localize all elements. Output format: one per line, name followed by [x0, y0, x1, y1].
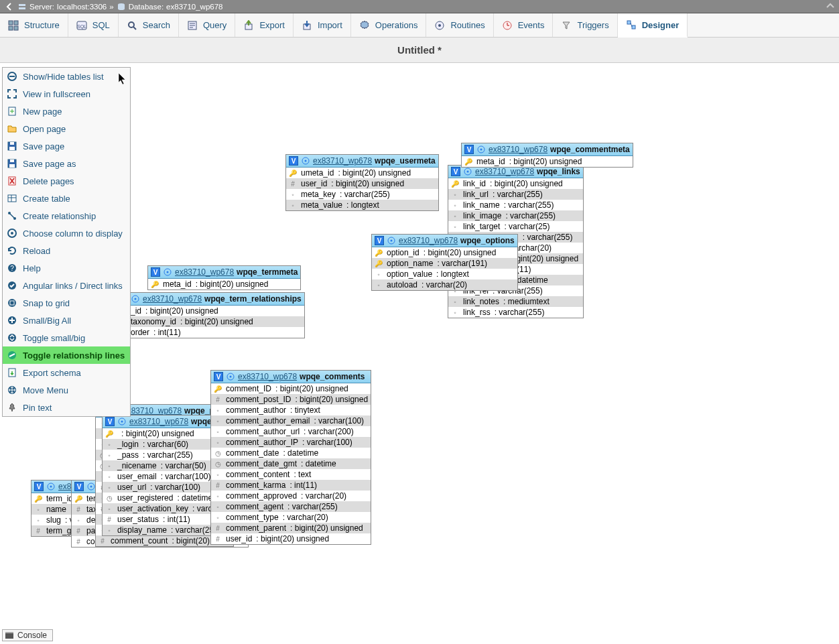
table-column[interactable]: 🔑meta_id : bigint(20) unsigned: [462, 156, 633, 167]
tab-search[interactable]: Search: [119, 13, 179, 37]
table-column[interactable]: ◦comment_author_email : varchar(100): [211, 415, 371, 426]
side-menu-snap[interactable]: Snap to grid: [3, 294, 130, 312]
gear-icon[interactable]: [163, 267, 172, 277]
table-column[interactable]: 🔑comment_ID : bigint(20) unsigned: [211, 383, 371, 394]
table-column[interactable]: ◦link_image : varchar(255): [448, 210, 583, 221]
gear-icon[interactable]: [301, 156, 310, 166]
breadcrumb-server-link[interactable]: localhost:3306: [57, 3, 107, 11]
table-column[interactable]: ◦comment_type : varchar(20): [211, 512, 371, 523]
table-column[interactable]: ◦meta_key : varchar(255): [286, 189, 438, 200]
table-column[interactable]: #comment_karma : int(11): [211, 480, 371, 491]
table-header[interactable]: Vex83710_wp678 wpqe_usermeta: [286, 155, 438, 168]
side-menu-exportschema[interactable]: Export schema: [3, 364, 130, 381]
table-comments[interactable]: Vex83710_wp678 wpqe_comments🔑comment_ID …: [210, 370, 371, 545]
table-termrel[interactable]: Vex83710_wp678 wpqe_term_relationships🔑_…: [115, 292, 305, 338]
side-menu-showhide[interactable]: Show/Hide tables list: [3, 68, 130, 85]
table-toggle-icon[interactable]: V: [464, 145, 474, 154]
table-header[interactable]: Vex83710_wp678 wpqe_comments: [211, 371, 371, 383]
table-header[interactable]: Vex83710_wp678 wpqe_options: [372, 235, 517, 247]
tab-triggers[interactable]: Triggers: [553, 13, 617, 37]
table-column[interactable]: ◦comment_agent : varchar(255): [211, 501, 371, 512]
table-termmeta[interactable]: Vex83710_wp678 wpqe_termmeta🔑meta_id : b…: [147, 265, 301, 290]
side-menu-createtable[interactable]: Create table: [3, 190, 130, 207]
table-column[interactable]: ◦link_rss : varchar(255): [448, 307, 583, 318]
table-header[interactable]: Vex83710_wp678 wpqe_termmeta: [148, 266, 300, 279]
table-column[interactable]: 🔑umeta_id : bigint(20) unsigned: [286, 168, 438, 178]
back-arrow-icon[interactable]: [4, 1, 15, 12]
table-toggle-icon[interactable]: V: [214, 372, 223, 381]
side-menu-createrel[interactable]: Create relationship: [3, 207, 130, 224]
designer-canvas[interactable]: Show/Hide tables listView in fullscreenN…: [0, 63, 839, 644]
table-column[interactable]: 🔑meta_id : bigint(20) unsigned: [148, 279, 300, 289]
table-commentmeta[interactable]: Vex83710_wp678 wpqe_commentmeta🔑meta_id …: [461, 143, 633, 168]
side-menu-fullscreen[interactable]: View in fullscreen: [3, 85, 130, 103]
tab-operations[interactable]: Operations: [351, 13, 427, 37]
table-column[interactable]: ◷comment_date : datetime: [211, 448, 371, 458]
table-header[interactable]: Vex83710_wp678 wpqe_commentmeta: [462, 143, 633, 156]
table-column[interactable]: 🔑option_name : varchar(191): [372, 258, 517, 269]
table-column[interactable]: ◦comment_content : text: [211, 469, 371, 480]
table-toggle-icon[interactable]: V: [451, 167, 460, 176]
table-toggle-icon[interactable]: V: [34, 482, 44, 491]
table-column[interactable]: 🔑link_id : bigint(20) unsigned: [448, 178, 583, 189]
table-column[interactable]: ◦meta_value : longtext: [286, 200, 438, 210]
side-menu-choosecol[interactable]: Choose column to display: [3, 224, 130, 242]
breadcrumb-db-link[interactable]: ex83710_wp678: [166, 3, 222, 11]
table-toggle-icon[interactable]: V: [74, 482, 84, 491]
side-menu-pintext[interactable]: Pin text: [3, 399, 130, 416]
table-column[interactable]: ◦comment_approved : varchar(20): [211, 491, 371, 501]
side-menu-savepage[interactable]: Save page: [3, 137, 130, 155]
table-column[interactable]: #user_id : bigint(20) unsigned: [286, 178, 438, 189]
side-menu-togglerel[interactable]: Toggle relationship lines: [3, 346, 130, 364]
table-usermeta[interactable]: Vex83710_wp678 wpqe_usermeta🔑umeta_id : …: [285, 154, 439, 211]
tab-routines[interactable]: Routines: [426, 13, 493, 37]
gear-icon[interactable]: [117, 417, 127, 426]
table-column[interactable]: ◦autoload : varchar(20): [372, 279, 517, 290]
table-column[interactable]: #user_id : bigint(20) unsigned: [211, 533, 371, 544]
side-menu-smallbig[interactable]: Small/Big All: [3, 312, 130, 329]
tab-query[interactable]: Query: [179, 13, 235, 37]
side-menu-reload[interactable]: Reload: [3, 242, 130, 259]
gear-icon[interactable]: [463, 167, 472, 176]
tab-events[interactable]: Events: [494, 13, 554, 37]
table-column[interactable]: ◦link_url : varchar(255): [448, 189, 583, 200]
table-column[interactable]: ◦link_notes : mediumtext: [448, 296, 583, 307]
table-column[interactable]: ◦option_value : longtext: [372, 269, 517, 279]
tab-structure[interactable]: Structure: [0, 13, 68, 37]
table-column[interactable]: ◦comment_author_IP : varchar(100): [211, 437, 371, 448]
table-column[interactable]: 🔑option_id : bigint(20) unsigned: [372, 247, 517, 258]
tab-designer[interactable]: Designer: [618, 13, 688, 38]
side-menu-newpage[interactable]: New page: [3, 103, 130, 120]
side-menu-help[interactable]: ?Help: [3, 259, 130, 277]
side-menu-openpage[interactable]: Open page: [3, 120, 130, 137]
tab-import[interactable]: Import: [294, 13, 351, 37]
tab-export[interactable]: Export: [235, 13, 294, 37]
table-column[interactable]: ◷comment_date_gmt : datetime: [211, 458, 371, 469]
side-menu-deletepages[interactable]: Delete pages: [3, 172, 130, 190]
gear-icon[interactable]: [226, 372, 235, 381]
table-column[interactable]: ◦comment_author : tinytext: [211, 405, 371, 415]
table-header[interactable]: Vex83710_wp678 wpqe_term_relationships: [116, 293, 304, 306]
gear-icon[interactable]: [476, 145, 486, 154]
table-options[interactable]: Vex83710_wp678 wpqe_options🔑option_id : …: [371, 234, 518, 291]
table-column[interactable]: #comment_parent : bigint(20) unsigned: [211, 523, 371, 533]
collapse-breadcrumb-icon[interactable]: [826, 1, 835, 11]
gear-icon[interactable]: [46, 482, 56, 491]
gear-icon[interactable]: [387, 236, 396, 245]
table-column[interactable]: #order : int(11): [116, 327, 304, 338]
gear-icon[interactable]: [86, 482, 96, 491]
table-column[interactable]: ◦comment_author_url : varchar(200): [211, 426, 371, 437]
tab-sql[interactable]: SQL: [68, 13, 119, 37]
table-toggle-icon[interactable]: V: [151, 267, 160, 277]
table-toggle-icon[interactable]: V: [105, 417, 115, 426]
table-column[interactable]: ◦link_target : varchar(25): [448, 221, 583, 232]
gear-icon[interactable]: [131, 294, 140, 304]
console-toggle[interactable]: Console: [2, 629, 53, 641]
table-toggle-icon[interactable]: V: [375, 236, 384, 245]
side-menu-angular[interactable]: Angular links / Direct links: [3, 277, 130, 294]
side-menu-movemenu[interactable]: Move Menu: [3, 381, 130, 399]
table-column[interactable]: ◦link_name : varchar(255): [448, 200, 583, 210]
table-column[interactable]: #taxonomy_id : bigint(20) unsigned: [116, 316, 304, 327]
side-menu-savepageas[interactable]: Save page as: [3, 155, 130, 172]
table-toggle-icon[interactable]: V: [289, 156, 298, 166]
